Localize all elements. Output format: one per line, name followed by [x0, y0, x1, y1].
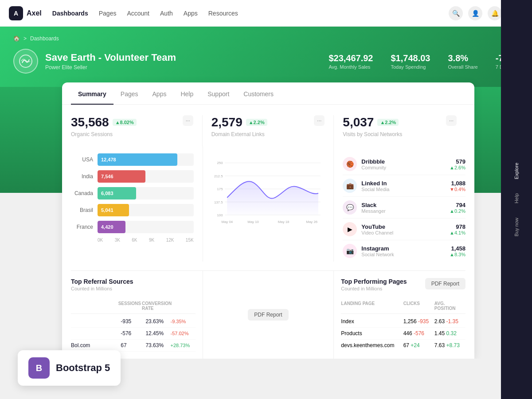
- bar-brasil: Brasil 5,041: [71, 204, 194, 216]
- table-row: Bol.com 67 73.63% +28.73%: [71, 340, 196, 352]
- social-dribbble: 🏀 Dribbble Community 579 ▲2.6%: [343, 153, 466, 175]
- home-icon: 🏠: [13, 35, 20, 42]
- tab-help[interactable]: Help: [173, 82, 200, 105]
- stat-monthly-sales: $23,467.92 Avg. Monthly Sales: [329, 53, 373, 70]
- table-row: -576 12.45% -57.02%: [71, 328, 196, 340]
- organic-more-btn[interactable]: ···: [183, 115, 193, 126]
- stat-card-organic: 35,568 ▲8.02% Organic Sessions ···: [71, 115, 203, 146]
- notifications-icon[interactable]: 🔔: [488, 6, 502, 20]
- hero-logo: [13, 49, 38, 74]
- stat-overall-share: 3.8% Overall Share: [448, 53, 477, 70]
- pdf-pages-btn[interactable]: PDF Report: [425, 278, 466, 289]
- pages-header: LANDING PAGE CLICKS AVG. POSITION: [341, 298, 466, 314]
- help-side-btn[interactable]: Help: [510, 186, 523, 211]
- organic-number: 35,568: [71, 115, 109, 129]
- linkedin-icon: 💼: [343, 179, 357, 193]
- stat-card-domain: 2,579 ▲2.2% Domain External Links ···: [203, 115, 334, 146]
- bottom-section: Top Referral Sources Counted in Millions…: [71, 270, 466, 359]
- nav-resources[interactable]: Resources: [208, 8, 238, 19]
- bar-india: India 7,546: [71, 170, 194, 183]
- stat-card-social: 5,037 ▲2.2% Visits by Social Networks ··…: [334, 115, 466, 146]
- dribbble-icon: 🏀: [343, 157, 357, 171]
- hero-section: 🏠 > Dashboards Save Earth - Volunteer Te…: [0, 27, 532, 87]
- bootstrap-watermark: B Bootstrap 5: [18, 350, 121, 359]
- brand[interactable]: A Axel: [9, 6, 42, 20]
- table-row: Index 1,256 -935 2.63 -1.35: [341, 316, 466, 328]
- bar-france: France 4,420: [71, 221, 194, 233]
- svg-text:212.5: 212.5: [214, 174, 223, 178]
- svg-text:100: 100: [217, 213, 223, 217]
- bar-canada: Canada 6,083: [71, 187, 194, 200]
- youtube-icon: ▶: [343, 222, 357, 236]
- pages-subtitle: Counted in Millions: [341, 286, 407, 291]
- domain-badge: ▲2.2%: [246, 119, 267, 126]
- bootstrap-icon: B: [28, 357, 50, 359]
- breadcrumb: 🏠 > Dashboards: [13, 35, 519, 42]
- navbar: A Axel Dashboards Pages Account Auth App…: [0, 0, 532, 27]
- stat-today-spending: $1,748.03 Today Spending: [391, 53, 430, 70]
- nav-auth[interactable]: Auth: [160, 8, 173, 19]
- svg-text:May 04: May 04: [221, 220, 233, 224]
- table-row: Products 446 -576 1.45 0.32: [341, 328, 466, 340]
- nav-account[interactable]: Account: [127, 8, 149, 19]
- table-row: devs.keenthemes.com 67 +24 7.63 +8.73: [341, 340, 466, 351]
- svg-text:250: 250: [217, 161, 223, 165]
- organic-label: Organic Sessions: [71, 131, 137, 137]
- tab-summary[interactable]: Summary: [71, 82, 113, 105]
- bar-axis: 0K 3K 6K 9K 12K 15K: [71, 238, 194, 243]
- slack-icon: 💬: [343, 200, 357, 215]
- nav-pages[interactable]: Pages: [99, 8, 117, 19]
- svg-text:137.5: 137.5: [214, 200, 223, 204]
- social-linkedin: 💼 Linked In Social Media 1,088 ▼0.4%: [343, 175, 466, 197]
- svg-text:May 26: May 26: [306, 220, 317, 224]
- social-slack: 💬 Slack Messanger 794 ▲0.2%: [343, 197, 466, 219]
- social-number: 5,037: [343, 115, 374, 129]
- referral-title: Top Referral Sources: [71, 278, 133, 285]
- referral-card: Top Referral Sources Counted in Millions…: [71, 271, 203, 359]
- stats-grid: 35,568 ▲8.02% Organic Sessions ··· 2,579…: [62, 105, 474, 146]
- social-badge: ▲2.2%: [377, 119, 399, 126]
- instagram-icon: 📷: [343, 244, 357, 258]
- main-card: Summary Pages Apps Help Support Customer…: [62, 82, 474, 359]
- tab-pages[interactable]: Pages: [113, 82, 145, 105]
- svg-text:175: 175: [217, 187, 223, 191]
- table-row: -935 23.63% -9.35%: [71, 316, 196, 328]
- domain-label: Domain External Links: [211, 131, 267, 137]
- domain-more-btn[interactable]: ···: [314, 115, 325, 126]
- organic-badge: ▲8.02%: [113, 119, 137, 126]
- referral-subtitle: Counted in Millions: [71, 286, 133, 291]
- nav-dashboards[interactable]: Dashboards: [52, 8, 88, 19]
- line-chart: 250 212.5 175 137.5 100 May 04 May 10 Ma…: [203, 146, 334, 262]
- tab-apps[interactable]: Apps: [145, 82, 174, 105]
- social-more-btn[interactable]: ···: [446, 115, 457, 126]
- social-networks: 🏀 Dribbble Community 579 ▲2.6% 💼 Linked …: [334, 146, 466, 262]
- nav-apps[interactable]: Apps: [184, 8, 198, 19]
- tab-customers[interactable]: Customers: [236, 82, 281, 105]
- explore-btn[interactable]: Explore: [510, 156, 523, 186]
- nav-links: Dashboards Pages Account Auth Apps Resou…: [52, 8, 238, 19]
- bar-chart: USA 12,478 India 7,546 Canada 6,083 Bras…: [71, 146, 203, 262]
- referral-header: SESSIONS CONVERSION RATE: [71, 298, 196, 314]
- tabs: Summary Pages Apps Help Support Customer…: [62, 82, 474, 105]
- pdf-card: PDF Report: [203, 271, 334, 359]
- svg-text:May 18: May 18: [278, 220, 289, 224]
- side-panel: Explore Help Buy now: [501, 0, 532, 359]
- svg-text:May 10: May 10: [247, 220, 259, 224]
- buy-now-btn[interactable]: Buy now: [510, 211, 523, 243]
- profile-icon[interactable]: 👤: [468, 6, 482, 20]
- pages-title: Top Performing Pages: [341, 278, 407, 285]
- social-label: Visits by Social Networks: [343, 131, 402, 137]
- search-icon[interactable]: 🔍: [449, 6, 463, 20]
- hero-text: Save Earth - Volunteer Team Power Elite …: [45, 52, 321, 70]
- charts-section: USA 12,478 India 7,546 Canada 6,083 Bras…: [62, 146, 474, 270]
- tab-support[interactable]: Support: [200, 82, 236, 105]
- bar-usa: USA 12,478: [71, 153, 194, 166]
- social-youtube: ▶ YouTube Video Channel 978 ▲4.1%: [343, 219, 466, 240]
- hero-title: Save Earth - Volunteer Team: [45, 52, 321, 63]
- brand-icon: A: [9, 6, 23, 20]
- brand-name: Axel: [27, 9, 42, 17]
- pdf-report-btn[interactable]: PDF Report: [248, 309, 288, 321]
- hero-subtitle: Power Elite Seller: [45, 64, 321, 70]
- hero-stats: $23,467.92 Avg. Monthly Sales $1,748.03 …: [329, 53, 519, 70]
- social-instagram: 📷 Instagram Social Network 1,458 ▲8.3%: [343, 240, 466, 262]
